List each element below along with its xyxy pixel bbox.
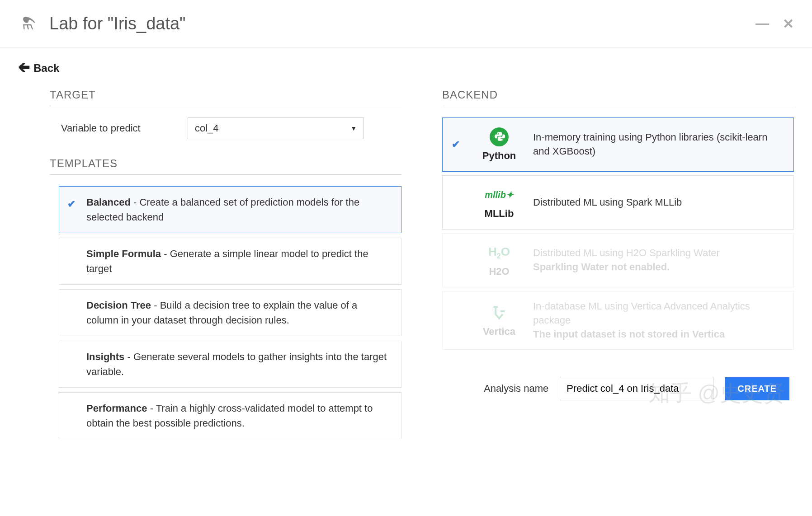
vertica-icon [490, 303, 509, 322]
templates-section-title: TEMPLATES [50, 157, 401, 175]
minimize-button[interactable]: — [755, 16, 769, 32]
template-simple-formula[interactable]: Simple Formula - Generate a simple linea… [59, 238, 401, 285]
select-value: col_4 [195, 122, 219, 134]
backend-section-title: BACKEND [442, 89, 794, 106]
check-icon: ✔ [67, 197, 76, 211]
check-icon: ✔ [452, 139, 470, 150]
backend-warning: Sparkling Water not enabled. [533, 260, 784, 274]
create-button[interactable]: CREATE [725, 377, 789, 400]
template-decision-tree[interactable]: Decision Tree - Build a decision tree to… [59, 289, 401, 336]
template-balanced[interactable]: ✔ Balanced - Create a balanced set of pr… [59, 186, 401, 233]
backend-desc: In-database ML using Vertica Advanced An… [533, 300, 750, 326]
variable-to-predict-label: Variable to predict [61, 122, 188, 134]
backend-desc: In-memory training using Python librarie… [529, 131, 784, 159]
backend-desc: Distributed ML using H2O Sparkling Water [533, 247, 720, 258]
mllib-icon: mllib✦ [490, 185, 509, 204]
close-button[interactable]: ✕ [783, 16, 794, 32]
templates-list: ✔ Balanced - Create a balanced set of pr… [50, 186, 401, 439]
analysis-name-label: Analysis name [484, 383, 548, 394]
window-title: Lab for "Iris_data" [49, 14, 755, 33]
python-icon [490, 127, 509, 146]
analysis-name-input[interactable] [560, 377, 713, 400]
template-name: Balanced [86, 197, 131, 208]
template-insights[interactable]: Insights - Generate several models to ga… [59, 341, 401, 388]
h2o-icon: H2O [490, 243, 509, 262]
footer-row: Analysis name CREATE [442, 377, 794, 400]
backend-warning: The input dataset is not stored in Verti… [533, 328, 784, 342]
template-name: Simple Formula [86, 248, 161, 259]
target-section-title: TARGET [50, 89, 401, 106]
backend-name: MLLib [485, 208, 514, 220]
backend-python[interactable]: ✔ Python In-memory training using Python… [442, 117, 794, 172]
back-label: Back [33, 62, 59, 75]
backend-mllib[interactable]: mllib✦ MLLib Distributed ML using Spark … [442, 175, 794, 230]
backend-name: H2O [489, 266, 509, 277]
template-name: Insights [86, 351, 124, 362]
backend-h2o: H2O H2O Distributed ML using H2O Sparkli… [442, 233, 794, 287]
left-column: TARGET Variable to predict col_4 ▼ TEMPL… [50, 89, 401, 444]
backend-name: Vertica [483, 326, 515, 338]
variable-to-predict-select[interactable]: col_4 ▼ [188, 117, 364, 139]
right-column: BACKEND ✔ Python In-memory training usin… [442, 89, 794, 444]
backend-list: ✔ Python In-memory training using Python… [442, 117, 794, 350]
back-button[interactable]: 🡰 Back [18, 61, 59, 75]
backend-vertica: Vertica In-database ML using Vertica Adv… [442, 291, 794, 350]
backend-name: Python [482, 150, 516, 162]
arrow-left-icon: 🡰 [18, 61, 30, 75]
template-name: Performance [86, 403, 147, 414]
chevron-down-icon: ▼ [350, 125, 357, 132]
template-name: Decision Tree [86, 300, 151, 311]
backend-desc: Distributed ML using Spark MLLib [529, 196, 784, 210]
template-performance[interactable]: Performance - Train a highly cross-valid… [59, 392, 401, 439]
lab-flask-icon: ⚗ [23, 14, 38, 33]
window-header: ⚗ Lab for "Iris_data" — ✕ [0, 0, 812, 47]
